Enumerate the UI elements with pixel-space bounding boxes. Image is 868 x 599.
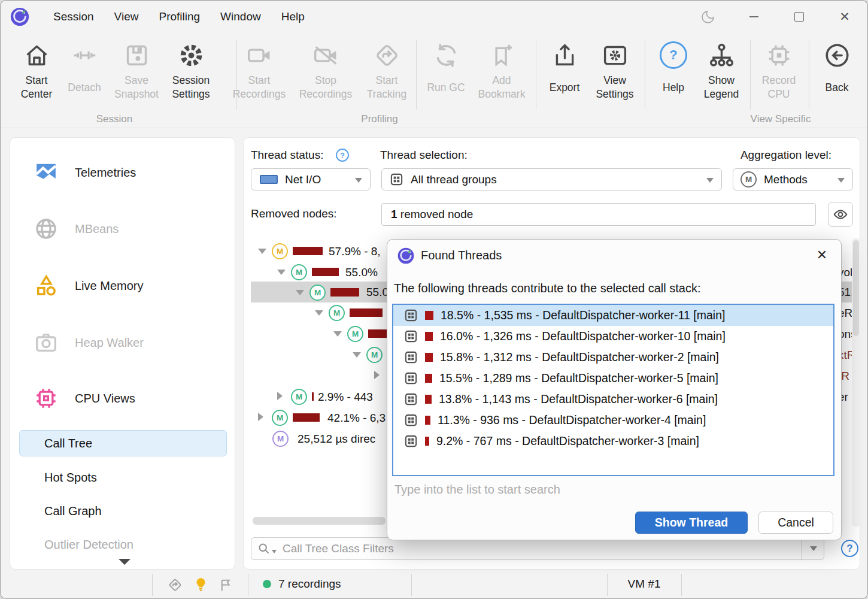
show-thread-button[interactable]: Show Thread [635, 512, 748, 534]
toolbar-group-view-specific: View Specific [751, 113, 811, 125]
minimize-button[interactable] [731, 1, 776, 33]
add-bookmark-button: Add Bookmark [472, 38, 532, 102]
record-cpu-button: Record CPU [755, 38, 803, 102]
method-icon [347, 326, 363, 342]
bookmark-plus-icon [488, 38, 515, 72]
sidebar-item-call-tree[interactable]: Call Tree [19, 430, 227, 456]
sidebar-item-cpu-views[interactable]: CPU Views [75, 386, 135, 410]
collapsed-arrow-icon[interactable] [277, 392, 283, 400]
class-filter-input[interactable] [281, 541, 802, 556]
thread-list-item[interactable]: 16.0% - 1,326 ms - DefaultDispatcher-wor… [393, 326, 833, 347]
time-swatch [425, 332, 433, 341]
sidebar-scroll-chevron-icon[interactable] [119, 559, 130, 565]
cancel-button[interactable]: Cancel [758, 512, 833, 534]
live-memory-shapes-icon [34, 274, 58, 298]
back-arrow-icon [824, 38, 851, 72]
time-bar [293, 413, 320, 422]
thread-list-item[interactable]: 13.8% - 1,143 ms - DefaultDispatcher-wor… [393, 389, 833, 410]
menu-window[interactable]: Window [210, 1, 271, 33]
export-button[interactable]: Export [544, 38, 585, 102]
video-camera-icon [246, 38, 273, 72]
collapsed-arrow-icon[interactable] [374, 371, 380, 379]
session-settings-button[interactable]: Session Settings [164, 38, 218, 102]
sidebar-item-outlier-detection: Outlier Detection [44, 533, 133, 556]
show-legend-button[interactable]: Show Legend [694, 38, 748, 102]
thread-group-icon [404, 434, 418, 448]
show-removed-nodes-button[interactable] [828, 202, 853, 227]
camera-icon [34, 331, 58, 355]
vm-indicator[interactable]: VM #1 [607, 577, 681, 591]
sidebar-item-telemetries[interactable]: Telemetries [75, 161, 136, 184]
thread-selection-dropdown[interactable]: All thread groups [381, 168, 722, 190]
sidebar-item-heap-walker: Heap Walker [75, 331, 144, 355]
toolbar-divider [809, 40, 809, 110]
maximize-button[interactable] [776, 1, 822, 33]
sidebar-item-call-graph[interactable]: Call Graph [44, 499, 102, 523]
thread-list-item[interactable]: 11.3% - 936 ms - DefaultDispatcher-worke… [393, 410, 833, 431]
home-icon [23, 38, 50, 72]
collapsed-arrow-icon[interactable] [258, 413, 263, 421]
scrollbar-thumb[interactable] [853, 240, 859, 336]
search-hint: Type into the list to start search [394, 483, 560, 497]
flag-icon[interactable] [218, 577, 233, 592]
thread-label: 15.5% - 1,289 ms - DefaultDispatcher-wor… [439, 371, 718, 385]
view-settings-button[interactable]: View Settings [588, 38, 642, 102]
detach-plug-icon [71, 38, 98, 72]
filter-dropdown-button[interactable] [802, 538, 824, 559]
thread-list-item[interactable]: 15.5% - 1,289 ms - DefaultDispatcher-wor… [393, 368, 833, 389]
lightbulb-icon[interactable] [193, 576, 209, 592]
expand-arrow-icon[interactable] [353, 352, 361, 358]
start-tracking-button: Start Tracking [360, 38, 414, 102]
aggregation-level-label: Aggregation level: [740, 149, 831, 162]
recordings-status[interactable]: 7 recordings [278, 577, 341, 591]
call-tree-class-filter[interactable] [251, 537, 824, 560]
filter-help-icon[interactable] [841, 540, 858, 557]
vertical-scrollbar[interactable] [852, 238, 860, 527]
start-recordings-button: Start Recordings [226, 38, 292, 102]
help-button[interactable]: Help [655, 38, 691, 102]
horizontal-scrollbar[interactable] [253, 517, 386, 525]
thread-list-item[interactable]: 15.8% - 1,312 ms - DefaultDispatcher-wor… [393, 347, 833, 368]
toolbar-divider [536, 40, 536, 110]
threads-list[interactable]: 18.5% - 1,535 ms - DefaultDispatcher-wor… [392, 304, 834, 476]
expand-arrow-icon[interactable] [296, 290, 304, 295]
expand-arrow-icon[interactable] [277, 270, 286, 275]
time-swatch [425, 374, 432, 383]
sidebar-item-live-memory[interactable]: Live Memory [75, 274, 143, 298]
aggregation-level-dropdown[interactable]: Methods [733, 168, 853, 190]
dialog-close-icon[interactable] [812, 246, 831, 265]
search-options-caret-icon[interactable] [272, 550, 277, 553]
window-controls [685, 1, 867, 33]
expand-arrow-icon[interactable] [333, 331, 342, 337]
toolbar: Start Center Detach Save Snapshot Sessio… [1, 33, 867, 128]
recycle-arrows-icon [433, 38, 460, 72]
close-button[interactable] [822, 1, 867, 33]
app-logo-icon [10, 7, 30, 27]
time-swatch [425, 311, 433, 320]
sidebar-item-hot-spots[interactable]: Hot Spots [44, 465, 97, 489]
menu-profiling[interactable]: Profiling [148, 1, 210, 33]
menu-session[interactable]: Session [43, 1, 104, 33]
thread-status-help-icon[interactable] [336, 149, 349, 162]
menu-view[interactable]: View [104, 1, 149, 33]
expand-arrow-icon[interactable] [315, 310, 323, 316]
cpu-views-chip-icon [34, 386, 58, 410]
expand-arrow-icon[interactable] [258, 249, 266, 254]
menu-bar: Session View Profiling Window Help [1, 1, 867, 33]
thread-list-item[interactable]: 18.5% - 1,535 ms - DefaultDispatcher-wor… [393, 305, 833, 326]
start-center-button[interactable]: Start Center [13, 38, 60, 102]
dark-mode-moon-icon[interactable] [685, 1, 731, 33]
run-gc-button: Run GC [422, 38, 470, 102]
time-bar [312, 268, 339, 276]
thread-list-item[interactable]: 9.2% - 767 ms - DefaultDispatcher-worker… [393, 431, 833, 452]
back-button[interactable]: Back [816, 38, 858, 102]
time-bar [350, 308, 383, 317]
video-camera-off-icon [312, 38, 339, 72]
chevron-down-icon [837, 178, 845, 183]
menu-help[interactable]: Help [271, 1, 315, 33]
save-snapshot-button: Save Snapshot [107, 38, 166, 102]
thread-status-dropdown[interactable]: Net I/O [251, 168, 371, 190]
removed-nodes-field[interactable]: 1 removed node [381, 203, 816, 226]
tracking-status-icon[interactable] [168, 577, 183, 592]
sidebar-item-mbeans: MBeans [75, 217, 119, 241]
